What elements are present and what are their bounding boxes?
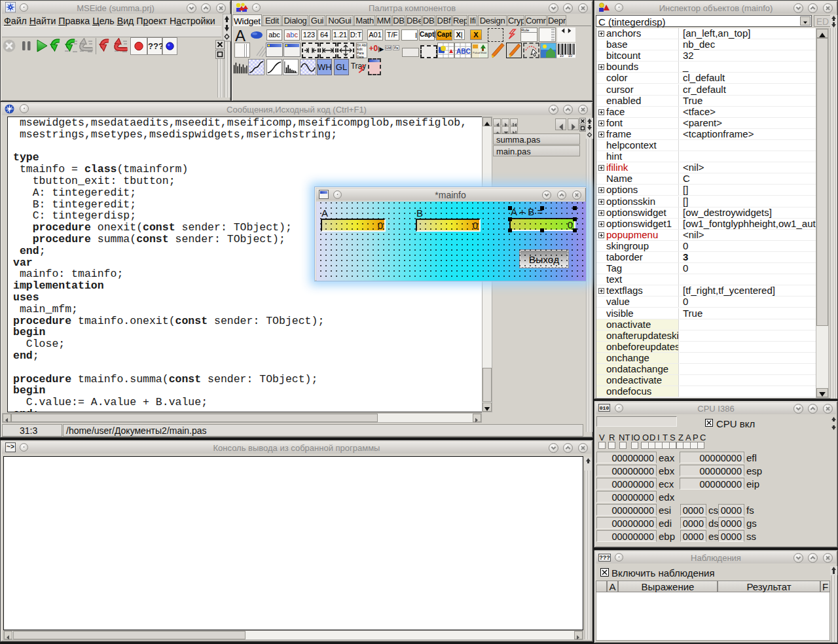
svg-text:ABC: ABC [456, 48, 471, 55]
svg-text:Pakad: Pakad [473, 51, 480, 54]
svg-text:10: 10 [560, 54, 564, 58]
svg-text:10: 10 [568, 54, 572, 58]
svg-text:Wald: Wald [481, 51, 486, 54]
